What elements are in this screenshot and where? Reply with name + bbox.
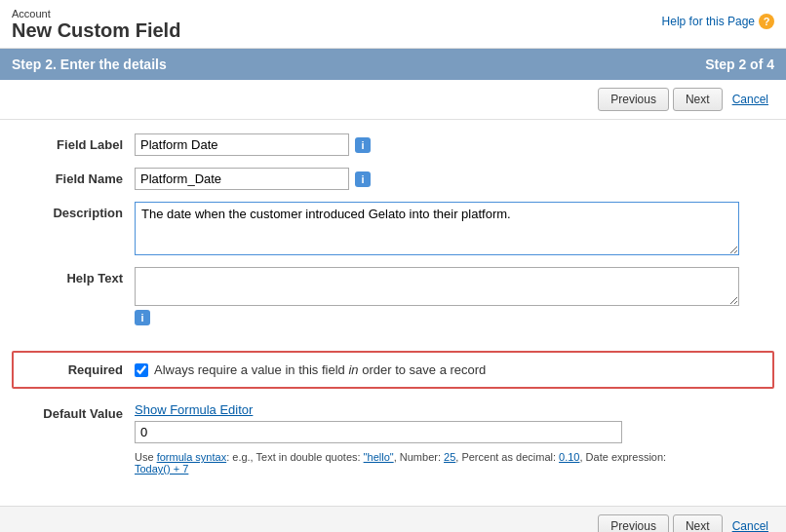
top-button-row: Previous Next Cancel <box>0 80 786 120</box>
help-text-label: Help Text <box>27 267 135 285</box>
number-link[interactable]: 25 <box>444 451 455 463</box>
required-checkbox[interactable] <box>135 363 148 377</box>
bottom-previous-button[interactable]: Previous <box>598 514 669 532</box>
description-control: The date when the customer introduced Ge… <box>135 202 759 255</box>
bottom-cancel-button[interactable]: Cancel <box>727 514 774 532</box>
field-name-input-group: i <box>135 168 759 190</box>
top-cancel-button[interactable]: Cancel <box>727 88 774 111</box>
form-wrapper: Field Label i Field Name i <box>0 120 786 496</box>
help-text-control: i <box>135 267 759 325</box>
form-area: Field Label i Field Name i <box>12 120 774 351</box>
help-link[interactable]: Help for this Page ? <box>662 14 774 29</box>
breadcrumb: Account <box>12 8 180 19</box>
field-name-label: Field Name <box>27 168 135 186</box>
description-row: Description The date when the customer i… <box>27 202 759 255</box>
description-textarea[interactable]: The date when the customer introduced Ge… <box>135 202 739 255</box>
field-label-label: Field Label <box>27 133 135 152</box>
step-label: Step 2. Enter the details <box>12 57 167 72</box>
page-title: New Custom Field <box>12 19 180 42</box>
help-text-row: Help Text i <box>27 267 759 325</box>
hello-link[interactable]: "hello" <box>364 451 394 463</box>
field-name-control: i <box>135 168 759 190</box>
default-value-row: Default Value Show Formula Editor Use fo… <box>27 402 759 475</box>
top-next-button[interactable]: Next <box>673 88 723 111</box>
step-progress: Step 2 of 4 <box>705 57 774 72</box>
default-value-control: Show Formula Editor Use formula syntax: … <box>135 402 759 475</box>
bottom-button-row: Previous Next Cancel <box>0 506 786 532</box>
formula-hint: Use formula syntax: e.g., Text in double… <box>135 451 720 475</box>
required-content: Always require a value in this field in … <box>135 362 486 377</box>
required-label: Required <box>27 362 135 377</box>
page-header: Account New Custom Field Help for this P… <box>0 0 786 49</box>
percent-link[interactable]: 0.10 <box>559 451 579 463</box>
top-previous-button[interactable]: Previous <box>598 88 669 111</box>
field-label-info-icon[interactable]: i <box>355 137 371 153</box>
today-link[interactable]: Today() + 7 <box>135 463 188 475</box>
step-bar: Step 2. Enter the details Step 2 of 4 <box>0 49 786 80</box>
field-label-row: Field Label i <box>27 133 759 156</box>
show-formula-link[interactable]: Show Formula Editor <box>135 402 759 417</box>
help-icon: ? <box>759 14 774 29</box>
required-text: Always require a value in this field in … <box>154 362 486 377</box>
formula-syntax-link[interactable]: formula syntax <box>157 451 227 463</box>
field-name-input[interactable] <box>135 168 349 190</box>
field-label-input-group: i <box>135 133 759 156</box>
help-link-label: Help for this Page <box>662 15 755 28</box>
field-name-row: Field Name i <box>27 168 759 190</box>
default-value-input[interactable] <box>135 421 622 443</box>
page-wrapper: Account New Custom Field Help for this P… <box>0 0 786 532</box>
breadcrumb-title-area: Account New Custom Field <box>12 8 180 42</box>
help-text-info-icon[interactable]: i <box>135 310 150 325</box>
default-value-area: Default Value Show Formula Editor Use fo… <box>12 402 774 496</box>
field-label-input[interactable] <box>135 133 349 156</box>
field-name-info-icon[interactable]: i <box>355 171 371 187</box>
help-text-textarea[interactable] <box>135 267 739 306</box>
field-label-control: i <box>135 133 759 156</box>
description-label: Description <box>27 202 135 220</box>
default-value-label: Default Value <box>27 402 135 421</box>
required-box: Required Always require a value in this … <box>12 351 774 389</box>
bottom-next-button[interactable]: Next <box>673 514 723 532</box>
